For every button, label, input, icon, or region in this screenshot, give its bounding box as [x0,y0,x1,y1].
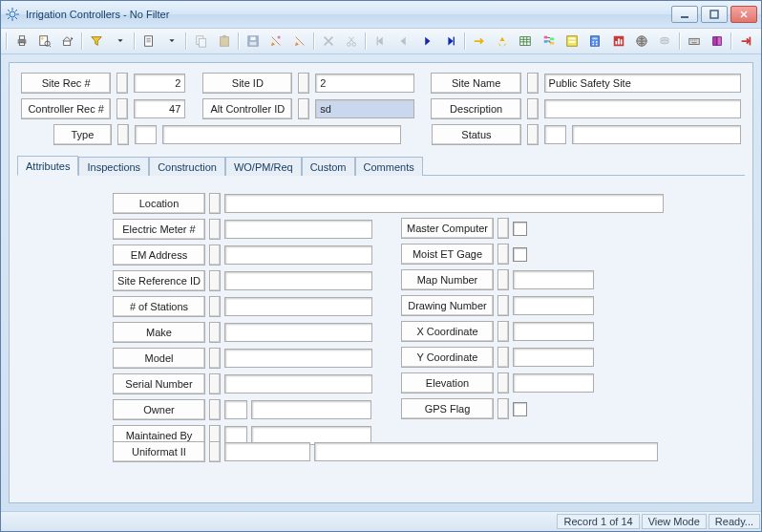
lock-icon[interactable] [298,73,309,94]
lock-icon[interactable] [497,295,509,316]
refresh-button[interactable] [491,30,513,53]
lock-icon[interactable] [209,270,221,291]
print-button[interactable] [11,30,32,53]
filter-dropdown-button[interactable] [109,30,131,53]
layers-button[interactable] [654,30,676,53]
calc-button[interactable] [584,30,606,53]
uniformat-code-field[interactable] [224,442,310,461]
moist-et-gage-checkbox[interactable] [513,247,527,262]
lock-icon[interactable] [116,98,128,119]
lock-icon[interactable] [497,347,509,368]
form-button[interactable] [561,30,582,53]
book-button[interactable] [706,30,728,53]
first-record-button[interactable] [370,30,392,53]
last-record-button[interactable] [439,30,461,53]
lock-icon[interactable] [209,373,221,394]
owner-desc-field[interactable] [251,400,371,419]
save-button[interactable] [242,30,264,53]
maximize-button[interactable] [701,6,728,23]
lock-icon[interactable] [209,322,221,343]
lock-icon[interactable] [209,219,221,240]
site-rec-no-field[interactable]: 2 [134,74,185,93]
tab-attributes[interactable]: Attributes [17,156,78,176]
lock-icon[interactable] [209,193,221,214]
site-id-field[interactable]: 2 [315,74,413,93]
type-desc-field[interactable] [162,125,401,144]
lock-icon[interactable] [209,348,221,369]
site-name-field[interactable]: Public Safety Site [544,74,741,93]
tree-button[interactable] [538,30,560,53]
elevation-field[interactable] [513,373,594,393]
lock-icon[interactable] [209,296,221,317]
lock-icon[interactable] [116,73,128,94]
em-address-field[interactable] [224,245,372,265]
num-stations-field[interactable] [224,297,372,316]
model-field[interactable] [224,349,372,368]
next-record-button[interactable] [416,30,438,53]
lock-icon[interactable] [497,244,509,265]
document-button[interactable] [138,30,159,53]
alt-controller-id-field[interactable]: sd [315,99,413,118]
description-field[interactable] [544,99,741,118]
print-preview-button[interactable] [33,30,55,53]
paste-button[interactable] [213,30,235,53]
alt-controller-id-label: Alt Controller ID [202,98,292,119]
lock-icon[interactable] [298,98,309,119]
tab-custom[interactable]: Custom [302,157,355,176]
globe-button[interactable] [630,30,652,53]
lock-icon[interactable] [497,398,509,419]
lock-icon[interactable] [497,321,509,342]
tab-construction[interactable]: Construction [149,157,225,176]
home-dropdown-button[interactable] [57,30,79,53]
site-ref-id-field[interactable] [224,271,372,290]
grid-button[interactable] [515,30,537,53]
minimize-button[interactable] [671,6,698,23]
svg-point-20 [352,43,356,47]
status-desc-field[interactable] [572,125,741,144]
keyboard-button[interactable] [683,30,705,53]
delete-button[interactable] [317,30,339,53]
owner-code-field[interactable] [224,400,247,419]
lock-icon[interactable] [497,269,509,290]
tab-wo-pm-req[interactable]: WO/PM/Req [225,157,302,176]
goto-button[interactable] [468,30,490,53]
map-number-field[interactable] [513,270,594,289]
lock-icon[interactable] [527,73,539,94]
master-computer-checkbox[interactable] [513,222,527,236]
lock-icon[interactable] [209,245,221,266]
location-field[interactable] [224,194,664,213]
chart-button[interactable] [607,30,629,53]
lock-icon[interactable] [209,441,221,462]
edit-button[interactable] [288,30,310,53]
tab-comments[interactable]: Comments [355,157,423,176]
make-field[interactable] [224,323,372,342]
x-coordinate-field[interactable] [513,322,594,341]
exit-button[interactable] [735,30,757,53]
lock-icon[interactable] [527,124,539,145]
type-code-field[interactable] [135,125,158,144]
uniformat-desc-field[interactable] [314,442,658,461]
undo-button[interactable] [265,30,287,53]
titlebar[interactable]: Irrigation Controllers - No Filter [1,1,761,29]
close-button[interactable] [730,6,757,23]
filter-button[interactable] [86,30,108,53]
status-code-field[interactable] [544,125,567,144]
copy-button[interactable] [190,30,212,53]
document-dropdown-button[interactable] [161,30,183,53]
lock-icon[interactable] [497,218,509,239]
prev-record-button[interactable] [392,30,414,53]
svg-rect-45 [750,37,751,46]
lock-icon[interactable] [527,98,539,119]
y-coordinate-field[interactable] [513,348,594,367]
gps-flag-checkbox[interactable] [513,402,527,416]
lock-icon[interactable] [209,399,221,420]
electric-meter-field[interactable] [224,220,372,239]
serial-field[interactable] [224,374,372,394]
lock-icon[interactable] [497,372,509,394]
drawing-number-field[interactable] [513,296,594,315]
tab-inspections[interactable]: Inspections [78,157,149,176]
controller-rec-no-field[interactable]: 47 [134,99,185,118]
tab-strip: Attributes Inspections Construction WO/P… [10,155,752,175]
lock-icon[interactable] [117,124,129,145]
cut-button[interactable] [341,30,363,53]
